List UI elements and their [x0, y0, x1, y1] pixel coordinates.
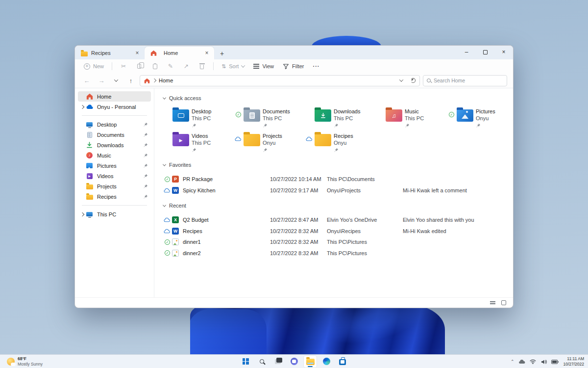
file-row-spicy-kitchen[interactable]: W Spicy Kitchen 10/27/2022 9:17 AM Onyu\… [163, 185, 513, 196]
close-button[interactable]: × [494, 46, 513, 58]
tab-home[interactable]: Home × [145, 47, 214, 59]
tab-close-icon[interactable]: × [203, 50, 210, 56]
downloads-icon [85, 141, 94, 149]
copy-icon[interactable] [135, 62, 143, 70]
music-folder-icon: ♫ [386, 109, 402, 122]
file-row-q2-budget[interactable]: X Q2 Budget 10/27/2022 8:47 AM Elvin Yoo… [163, 214, 513, 226]
sidebar-item-recipes[interactable]: Recipes [78, 191, 151, 202]
expand-chevron-icon[interactable] [79, 213, 85, 216]
start-button[interactable] [239, 356, 252, 368]
sidebar-item-videos[interactable]: ▶ Videos [78, 171, 151, 181]
forward-button[interactable]: → [96, 75, 107, 86]
tile-downloads[interactable]: DownloadsThis PC [305, 106, 376, 131]
up-button[interactable]: ↑ [125, 75, 137, 86]
paste-icon[interactable] [151, 62, 159, 70]
chevron-down-icon [241, 63, 245, 67]
breadcrumb-segment[interactable]: Home [159, 78, 173, 83]
file-row-pr-package[interactable]: ✓ P PR Package 10/27/2022 10:14 AM This … [163, 174, 513, 185]
weather-sun-icon [7, 358, 15, 366]
back-button[interactable]: ← [81, 75, 93, 86]
sidebar-item-onedrive[interactable]: Onyu - Personal [78, 102, 151, 112]
sidebar-item-home[interactable]: Home [78, 91, 151, 102]
documents-folder-icon [244, 109, 260, 122]
view-list-icon [253, 64, 259, 65]
tile-projects[interactable]: ProjectsOnyu [234, 131, 305, 155]
wifi-icon[interactable] [530, 359, 536, 364]
see-more-button[interactable]: ··· [309, 62, 324, 71]
volume-icon[interactable] [540, 359, 547, 365]
details-view-icon[interactable] [490, 301, 495, 302]
delete-icon[interactable] [198, 62, 206, 70]
new-tab-button[interactable]: + [216, 48, 228, 59]
sidebar-item-this-pc[interactable]: This PC [78, 209, 151, 219]
weather-widget[interactable]: 68°F Mostly Sunny [4, 355, 46, 368]
battery-icon[interactable] [551, 360, 559, 364]
tile-videos[interactable]: ▶ VideosThis PC [163, 131, 234, 155]
desktop-icon [85, 121, 94, 129]
file-row-dinner1[interactable]: ✓ dinner1 10/27/2022 8:32 AM This PC\Pic… [163, 237, 513, 248]
maximize-button[interactable] [476, 46, 494, 58]
tile-desktop[interactable]: DesktopThis PC [163, 106, 234, 131]
onedrive-icon[interactable] [518, 359, 525, 364]
pin-icon [143, 194, 148, 199]
filter-button[interactable]: Filter [279, 62, 308, 71]
address-dropdown-icon[interactable] [399, 78, 403, 81]
cut-icon[interactable]: ✂ [120, 62, 127, 70]
chat-button[interactable] [288, 356, 300, 368]
tray-chevron-icon[interactable]: ⌃ [511, 359, 514, 364]
task-view-button[interactable] [271, 356, 284, 368]
tile-music[interactable]: ♫ MusicThis PC [376, 106, 447, 131]
edge-button[interactable] [320, 356, 333, 368]
powerpoint-file-icon: P [172, 176, 179, 183]
expand-chevron-icon[interactable] [79, 105, 85, 108]
sort-button[interactable]: ⇅ Sort [218, 62, 248, 71]
downloads-folder-icon [315, 109, 331, 122]
tab-recipes[interactable]: Recipes × [75, 47, 145, 59]
tile-pictures[interactable]: ✓ PicturesOnyu [447, 106, 513, 131]
refresh-icon[interactable] [411, 78, 416, 83]
sidebar-item-downloads[interactable]: Downloads [78, 140, 151, 150]
videos-icon: ▶ [85, 172, 94, 180]
section-quick-access[interactable]: Quick access [163, 93, 513, 103]
share-icon[interactable]: ↗ [182, 62, 190, 70]
breadcrumb[interactable]: Home [140, 75, 420, 86]
tab-close-icon[interactable]: × [134, 50, 141, 56]
pin-icon [476, 123, 481, 128]
new-button[interactable]: + New [80, 62, 108, 71]
store-icon [339, 359, 346, 365]
recent-locations-button[interactable] [110, 75, 122, 86]
file-row-dinner2[interactable]: ✓ dinner2 10/27/2022 8:32 AM This PC\Pic… [163, 248, 513, 259]
minimize-button[interactable]: – [457, 46, 476, 58]
sidebar-item-documents[interactable]: Documents [78, 130, 151, 140]
large-icons-view-icon[interactable] [501, 300, 506, 305]
rename-icon[interactable]: ✎ [167, 62, 174, 70]
sidebar-item-pictures[interactable]: Pictures [78, 160, 151, 171]
taskbar-search-button[interactable] [255, 356, 268, 368]
sidebar-item-music[interactable]: ♪ Music [78, 150, 151, 160]
section-favorites[interactable]: Favorites [163, 160, 513, 170]
music-icon: ♪ [85, 152, 94, 159]
address-bar: ← → ↑ Home [75, 73, 513, 88]
search-box[interactable] [423, 75, 507, 86]
tile-recipes[interactable]: RecipesOnyu [305, 131, 376, 155]
cloud-badge-icon [164, 217, 170, 223]
desktop-folder-icon [172, 109, 189, 122]
taskbar: 68°F Mostly Sunny ⌃ 11:11 AM 10/27/2022 [0, 354, 588, 368]
clock[interactable]: 11:11 AM 10/27/2022 [563, 356, 584, 367]
collapse-chevron-icon [163, 203, 166, 207]
sidebar-item-desktop[interactable]: Desktop [78, 119, 151, 130]
pin-icon [334, 123, 339, 128]
edge-icon [323, 358, 330, 365]
chat-icon [291, 358, 298, 365]
folder-icon [81, 52, 88, 56]
file-row-recipes[interactable]: W Recipes 10/27/2022 8:32 AM Onyu\Recipe… [163, 226, 513, 237]
search-input[interactable] [434, 78, 503, 83]
sidebar-item-projects[interactable]: Projects [78, 181, 151, 191]
view-button[interactable]: View [249, 62, 278, 71]
pin-icon [143, 122, 148, 127]
file-explorer-button[interactable] [304, 356, 317, 368]
pin-icon [334, 148, 339, 153]
section-recent[interactable]: Recent [163, 201, 513, 210]
store-button[interactable] [336, 356, 349, 368]
tile-documents[interactable]: ✓ DocumentsThis PC [234, 106, 305, 131]
